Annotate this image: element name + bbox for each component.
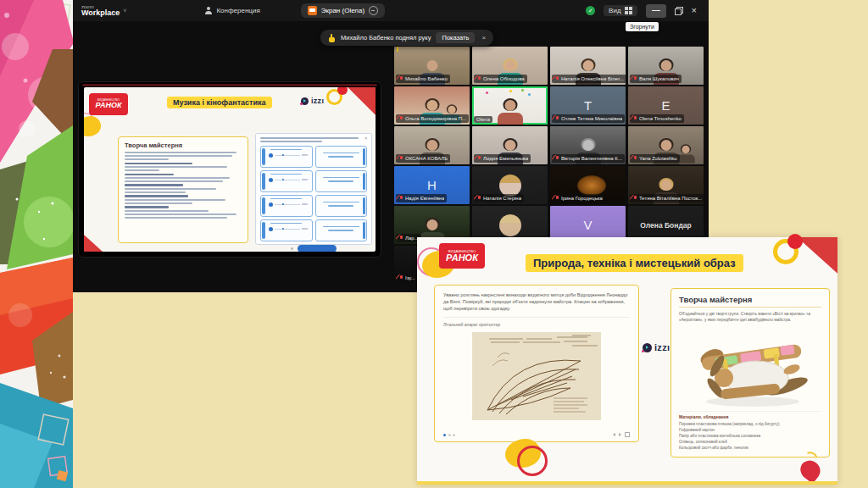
- widget-instruction-line: [260, 141, 322, 142]
- card-controls[interactable]: [613, 432, 630, 437]
- hand-raised-notification: Михайло Бабенко поднял руку Показать ×: [320, 30, 493, 46]
- confetti-dot: [509, 90, 512, 92]
- tab-conference[interactable]: Конференция: [204, 7, 259, 14]
- materials-item: Папір або пластикова коктейльна соломинк…: [679, 433, 821, 439]
- participant-name-label: Ольга Володимирівна П...: [396, 114, 469, 123]
- participant-tile[interactable]: Олена Обіходова: [472, 47, 548, 85]
- yellow-blob-decoration: [84, 116, 101, 136]
- fullscreen-icon[interactable]: [625, 432, 630, 437]
- participant-name: Yana Zolotashko: [639, 156, 677, 161]
- shared-screen-top-strip: [82, 84, 377, 86]
- window-titlebar: zoom Workplace ˅ Конференция Экран (Olen…: [73, 0, 709, 21]
- prev-icon[interactable]: [613, 433, 615, 436]
- workshop-box: Творча майстерня Об'єднайтеся у дві твор…: [670, 288, 830, 458]
- show-button[interactable]: Показать: [436, 32, 475, 43]
- participant-tile[interactable]: Вікторія Валентинівна К...: [550, 126, 626, 164]
- muted-mic-icon: [398, 75, 403, 82]
- confetti-dot: [521, 89, 524, 92]
- minimize-tooltip: Згорнути: [626, 22, 659, 31]
- notification-close-icon[interactable]: ×: [481, 34, 486, 42]
- chevron-down-icon[interactable]: ˅: [123, 8, 126, 14]
- screen-share-icon: [308, 6, 317, 15]
- participant-tile[interactable]: EOlena Timoshenko: [628, 86, 704, 125]
- check-button: [298, 245, 337, 252]
- muted-mic-icon: [398, 155, 403, 162]
- materials-item: Олівець, силіконовий клей: [679, 439, 821, 445]
- slide-music-cinema: ВИДАВНИЦТВО РАНОК Музика і кінофантастик…: [84, 87, 376, 252]
- participant-tile[interactable]: Валя Шукалович: [628, 47, 704, 85]
- participant-tile[interactable]: TОтлев Тетяна Миколаївна: [550, 86, 626, 125]
- participant-name-label: Валя Шукалович: [630, 75, 682, 83]
- participant-name: Наталія Олексіївна Білет...: [561, 76, 624, 81]
- izzi-icon: [301, 97, 309, 105]
- participant-name-label: Олена Обіходова: [474, 75, 527, 83]
- play-icon: [269, 178, 273, 182]
- participant-name-label: Отлев Тетяна Миколаївна: [552, 114, 625, 123]
- close-button[interactable]: ×: [692, 6, 697, 15]
- participant-tile[interactable]: ННадія Євгеніївна: [394, 166, 470, 204]
- restore-button[interactable]: [675, 7, 683, 15]
- participant-name: Тетяна Віталіївна Посток...: [639, 196, 702, 201]
- participant-tile[interactable]: Тетяна Віталіївна Посток...: [628, 166, 704, 204]
- workshop-intro-text: Об'єднайтеся у дві творчі групи. Створіт…: [679, 311, 821, 323]
- answer-card: [315, 195, 368, 217]
- minimize-button[interactable]: [646, 4, 666, 18]
- confetti-dot: [528, 93, 531, 96]
- materials-section: Матеріали, обладнання Порожня пластикова…: [679, 411, 821, 451]
- participant-name-label: Михайло Бабенко: [396, 75, 450, 83]
- ranok-logo: ВИДАВНИЦТВО РАНОК: [89, 93, 128, 115]
- tab-screen-share[interactable]: Экран (Olena): [301, 3, 385, 18]
- view-button[interactable]: Вид: [604, 5, 637, 16]
- next-icon[interactable]: [619, 433, 621, 436]
- participant-name-label: Наталія Стеріна: [474, 194, 524, 202]
- divider: [443, 317, 630, 318]
- davinci-sketch-image[interactable]: [472, 332, 601, 420]
- text-line: [125, 180, 223, 182]
- participant-name-label: Olena Timoshenko: [630, 114, 684, 123]
- ranok-logo: ВИДАВНИЦТВО РАНОК: [439, 243, 485, 269]
- slide-nature-technics: ВИДАВНИЦТВО РАНОК Природа, техніка і мис…: [417, 237, 837, 485]
- participant-tile[interactable]: Olena: [472, 86, 548, 125]
- collapse-tab-icon[interactable]: [369, 6, 378, 15]
- participant-tile[interactable]: Ольга Володимирівна П...: [394, 86, 470, 125]
- zoom-workplace-brand[interactable]: zoom Workplace ˅: [73, 4, 126, 17]
- text-line: [125, 169, 159, 171]
- audio-card: [260, 170, 313, 192]
- slide2-title: Природа, техніка і мистецький образ: [526, 254, 743, 272]
- muted-mic-icon: [632, 155, 637, 162]
- participant-tile[interactable]: Yana Zolotashko: [628, 126, 704, 164]
- workshop-title: Творча майстерня: [679, 295, 821, 308]
- text-line: [125, 184, 183, 186]
- participant-tile[interactable]: ОКСАНА КОВАЛЬ: [394, 126, 470, 164]
- participant-tile[interactable]: Михайло Бабенко: [394, 47, 470, 85]
- participant-name: Михайло Бабенко: [405, 76, 448, 81]
- materials-item: Гофрований картон: [679, 427, 821, 433]
- image-caption[interactable]: Літальний апарат орнітоптер: [443, 322, 630, 327]
- workshop-title: Творча майстерня: [125, 141, 242, 149]
- participant-name: Отлев Тетяна Миколаївна: [561, 116, 622, 121]
- text-line: [125, 188, 216, 190]
- grid-view-icon: [625, 7, 632, 14]
- text-line: [125, 155, 232, 157]
- materials-item: Порожня пластикова пляшка (наприклад, з-…: [679, 421, 821, 427]
- pagination-dots[interactable]: [443, 434, 455, 436]
- confetti-dot: [486, 92, 488, 94]
- participant-tile[interactable]: Лидия Емельянова: [472, 126, 548, 164]
- titlebar-controls: ✓ Вид ×: [586, 4, 709, 18]
- participant-tile[interactable]: Ірина Городецька: [550, 166, 626, 204]
- brand-workplace-label: Workplace: [81, 9, 120, 17]
- task-intro-text: Уважно розглянь накреслені винаходи вида…: [443, 292, 630, 313]
- participant-name-label: Ірина Городецька: [552, 194, 605, 202]
- muted-mic-icon: [398, 115, 403, 122]
- view-label: Вид: [609, 7, 620, 14]
- widget-close-icon: ✕: [364, 136, 368, 141]
- materials-title: Матеріали, обладнання: [679, 414, 821, 419]
- tab-screen-label: Экран (Olena): [321, 7, 364, 14]
- text-line: [125, 202, 192, 204]
- participant-tile[interactable]: Наталія Стеріна: [472, 166, 548, 204]
- participant-name: Ізу...: [405, 275, 415, 280]
- participant-name-label: Тетяна Віталіївна Посток...: [630, 194, 704, 202]
- security-shield-icon[interactable]: ✓: [586, 6, 595, 15]
- participant-tile[interactable]: Наталія Олексіївна Білет...: [550, 47, 626, 85]
- muted-mic-icon: [632, 115, 637, 122]
